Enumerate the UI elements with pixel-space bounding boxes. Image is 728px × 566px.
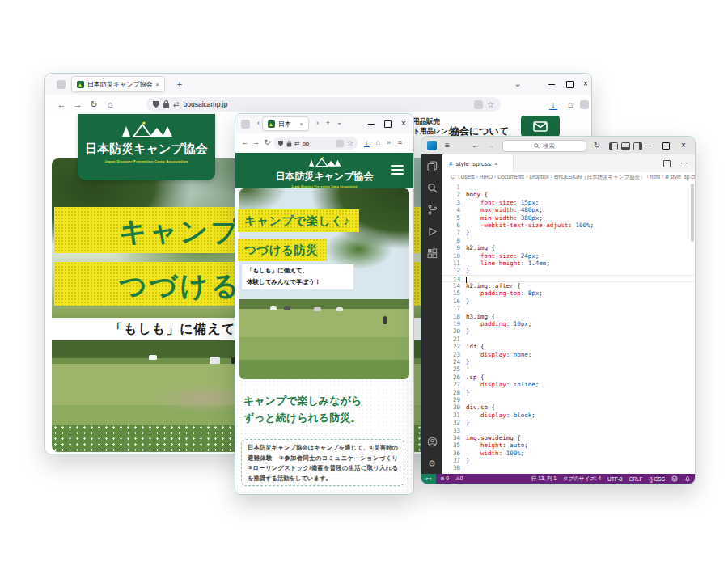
- code-line[interactable]: 14h2.img::after {: [442, 282, 695, 289]
- back-icon[interactable]: ←: [239, 137, 250, 148]
- code-line[interactable]: 7}: [442, 229, 695, 236]
- breadcrumb-item[interactable]: Users: [461, 174, 475, 180]
- layout-panel-icon[interactable]: [621, 142, 630, 150]
- code-line[interactable]: 24}: [442, 358, 695, 365]
- maximize-button[interactable]: [381, 117, 394, 130]
- close-button[interactable]: ×: [677, 139, 690, 152]
- status-encoding[interactable]: UTF-8: [607, 476, 622, 482]
- history-forward-icon[interactable]: →: [485, 140, 496, 151]
- code-line[interactable]: 17: [442, 305, 695, 312]
- tracking-shield-icon[interactable]: [153, 101, 159, 108]
- maximize-button[interactable]: [659, 139, 672, 152]
- account-icon[interactable]: ⌂: [564, 98, 577, 111]
- app-menu-icon[interactable]: ≡: [395, 137, 405, 148]
- code-line[interactable]: 18h3.img {: [442, 313, 695, 320]
- status-tab-size[interactable]: タブのサイズ: 4: [563, 475, 601, 483]
- site-logo[interactable]: 日本防災キャンプ協会 Japan Disaster Prevention Cam…: [78, 114, 215, 180]
- code-line[interactable]: 36 width: 100%;: [442, 450, 695, 457]
- code-line[interactable]: 20}: [442, 327, 695, 335]
- feedback-icon[interactable]: [671, 475, 678, 483]
- source-control-icon[interactable]: [427, 205, 438, 215]
- run-debug-icon[interactable]: [427, 226, 438, 237]
- code-line[interactable]: 12}: [442, 267, 695, 274]
- accounts-icon[interactable]: [427, 437, 438, 447]
- status-language[interactable]: {} CSS: [649, 476, 665, 482]
- close-button[interactable]: ×: [579, 78, 592, 91]
- bell-icon[interactable]: [684, 475, 691, 483]
- code-line[interactable]: 32}: [442, 419, 695, 426]
- swap-icon[interactable]: ⇄: [294, 140, 300, 147]
- problems-errors[interactable]: ⊘ 0: [440, 475, 449, 482]
- code-line[interactable]: 31 display: block;: [442, 412, 695, 419]
- firefox-view-icon[interactable]: [57, 80, 66, 89]
- code-editor[interactable]: 12body {3 font-size: 15px;4 max-width: 4…: [442, 182, 695, 474]
- url-text[interactable]: bo: [303, 140, 333, 147]
- reload-icon[interactable]: ↻: [87, 98, 100, 111]
- tab-list-chevron-icon[interactable]: ⌄: [334, 117, 345, 128]
- settings-gear-icon[interactable]: ⚙: [427, 458, 438, 469]
- split-editor-icon[interactable]: [661, 158, 672, 169]
- minimize-button[interactable]: [641, 139, 654, 152]
- code-line[interactable]: 16}: [442, 298, 695, 305]
- code-line[interactable]: 38: [442, 464, 695, 471]
- code-line[interactable]: 5 min-width: 380px;: [442, 214, 695, 222]
- close-button[interactable]: ×: [397, 117, 410, 130]
- tab-scroll-right-icon[interactable]: ›: [312, 118, 323, 129]
- home-icon[interactable]: ⌂: [104, 98, 116, 111]
- code-line[interactable]: 28}: [442, 389, 695, 396]
- downloads-icon[interactable]: ↓: [362, 137, 372, 148]
- browser-tab[interactable]: 日本防災キャンプ協会 ×: [71, 76, 165, 92]
- code-line[interactable]: 3 font-size: 15px;: [442, 199, 695, 206]
- code-line[interactable]: 34img.spwideimg {: [442, 434, 695, 441]
- account-icon[interactable]: ⌂: [373, 137, 383, 148]
- menu-icon[interactable]: ≡: [442, 140, 453, 151]
- code-line[interactable]: 37}: [442, 457, 695, 464]
- minimize-button[interactable]: [365, 117, 378, 130]
- breadcrumb-item[interactable]: html: [650, 174, 660, 180]
- sidebar-toggle-icon[interactable]: [580, 100, 589, 109]
- status-eol[interactable]: CRLF: [629, 476, 642, 482]
- forward-icon[interactable]: →: [251, 137, 261, 148]
- code-line[interactable]: 10 font-size: 24px;: [442, 252, 695, 260]
- remote-indicator[interactable]: ><: [421, 474, 436, 484]
- reload-icon[interactable]: ↻: [262, 137, 273, 148]
- code-line[interactable]: 26.sp {: [442, 374, 695, 381]
- problems-warnings[interactable]: ⚠0: [455, 475, 463, 482]
- more-actions-icon[interactable]: ⋯: [679, 158, 690, 169]
- back-icon[interactable]: ←: [55, 98, 68, 111]
- code-line[interactable]: 8: [442, 237, 695, 244]
- breadcrumb-item[interactable]: Documents: [497, 174, 524, 180]
- code-line[interactable]: 35 height: auto;: [442, 441, 695, 449]
- code-line[interactable]: 19 padding: 10px;: [442, 320, 695, 327]
- lock-icon[interactable]: [163, 103, 169, 108]
- contact-button[interactable]: [521, 116, 560, 137]
- code-line[interactable]: 30div.sp {: [442, 403, 695, 411]
- code-line[interactable]: 25: [442, 365, 695, 373]
- tab-list-chevron-icon[interactable]: ⌄: [511, 77, 524, 90]
- browser-tab[interactable]: 日本 ×: [262, 116, 309, 131]
- code-line[interactable]: 13: [442, 275, 695, 282]
- editor-scrollbar[interactable]: [691, 184, 694, 242]
- code-line[interactable]: 2body {: [442, 191, 695, 198]
- new-tab-button[interactable]: +: [323, 118, 333, 129]
- swap-icon[interactable]: ⇄: [173, 100, 180, 108]
- command-center-search[interactable]: 検索: [502, 140, 586, 152]
- tab-close-icon[interactable]: ×: [494, 160, 498, 167]
- bookmark-star-icon[interactable]: ☆: [487, 100, 494, 109]
- extensions-icon[interactable]: [427, 248, 438, 259]
- status-line-col[interactable]: 行 13, 列 1: [531, 475, 557, 483]
- minimize-button[interactable]: [545, 78, 558, 91]
- run-task-icon[interactable]: ↻: [591, 140, 603, 151]
- hamburger-menu-icon[interactable]: [391, 165, 404, 176]
- page-action-icon[interactable]: [336, 139, 344, 146]
- code-line[interactable]: 4 max-width: 480px;: [442, 206, 695, 213]
- bookmark-star-icon[interactable]: ☆: [347, 139, 353, 147]
- code-line[interactable]: 23 display: none;: [442, 351, 695, 358]
- code-line[interactable]: 22.df {: [442, 343, 695, 350]
- code-line[interactable]: 9h2.img {: [442, 244, 695, 251]
- url-text[interactable]: bousaicamp.jp: [184, 100, 470, 108]
- tab-close-icon[interactable]: ×: [299, 120, 303, 128]
- history-back-icon[interactable]: ←: [470, 140, 481, 151]
- code-line[interactable]: 27 display: inline;: [442, 381, 695, 388]
- new-tab-button[interactable]: +: [173, 78, 186, 91]
